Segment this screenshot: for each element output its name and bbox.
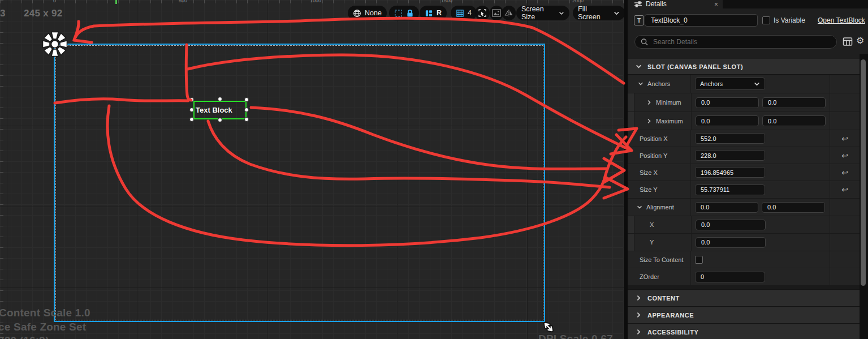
size-to-content-checkbox[interactable] (695, 256, 703, 264)
text-block-label: Text Block (195, 102, 245, 118)
screen-size-dropdown[interactable]: Screen Size (516, 6, 569, 20)
resolution-readout: 720 (16:9) (0, 334, 49, 339)
row-anchor-minimum: Minimum 0.0 0.0 (628, 93, 860, 112)
size-x-field[interactable]: 196.854965 (695, 167, 765, 178)
tab-details[interactable]: Details × (628, 0, 723, 8)
outline-mode-group[interactable]: R (420, 6, 447, 20)
ruler-vertical (0, 0, 3, 339)
flip-preview-button[interactable] (502, 6, 516, 20)
chevron-down-icon (754, 81, 760, 87)
tab-details-label: Details (646, 0, 667, 8)
is-variable-checkbox[interactable] (762, 16, 770, 24)
chevron-right-icon (636, 329, 642, 335)
position-x-label: Position X (640, 135, 668, 142)
marquee-select-icon (394, 9, 403, 18)
section-appearance[interactable]: APPEARANCE (628, 307, 860, 324)
grid-snap-size: 4 (468, 9, 472, 17)
row-position-y: Position Y 228.0 ↩ (628, 147, 860, 164)
reset-to-default-icon[interactable]: ↩ (841, 151, 848, 160)
position-x-field[interactable]: 552.0 (695, 133, 765, 144)
details-scrollbar-thumb[interactable] (861, 59, 866, 286)
anchor-max-y-field[interactable]: 0.0 (762, 115, 826, 126)
resize-handle-w[interactable] (189, 108, 194, 112)
section-accessibility[interactable]: ACCESSIBILITY (628, 324, 860, 339)
chevron-right-icon (636, 312, 642, 318)
safe-zone-readout: ce Safe Zone Set (0, 321, 86, 333)
resize-handle-ne[interactable] (244, 97, 249, 102)
size-to-content-label: Size To Content (640, 256, 683, 263)
grid-snap-group[interactable]: 4 (451, 6, 477, 20)
size-y-field[interactable]: 55.737911 (695, 184, 765, 195)
chevron-down-icon[interactable] (638, 81, 644, 87)
gear-icon[interactable]: ⚙ (856, 35, 864, 46)
search-row: ⚙ (628, 35, 868, 50)
indent-guide (628, 216, 634, 233)
select-cursor-icon (478, 8, 487, 18)
zorder-label: ZOrder (640, 273, 659, 280)
chevron-right-icon[interactable] (646, 118, 652, 124)
anchor-max-x-field[interactable]: 0.0 (696, 115, 759, 126)
anchor-min-y-field[interactable]: 0.0 (762, 97, 826, 108)
screen-size-label: Screen Size (521, 5, 555, 21)
preview-background-button[interactable]: None (348, 6, 387, 20)
alignment-x-subfield[interactable]: 0.0 (696, 220, 766, 230)
reset-to-default-icon[interactable]: ↩ (841, 185, 848, 194)
alignment-x-field[interactable]: 0.0 (695, 202, 758, 213)
display-filter-icon[interactable] (843, 37, 853, 46)
alignment-y-sublabel: Y (650, 239, 654, 246)
resize-handle-s[interactable] (218, 118, 222, 122)
screenshot-button[interactable] (490, 6, 503, 20)
alignment-y-subfield[interactable]: 0.0 (696, 237, 766, 248)
grid-snap-icon (456, 9, 464, 18)
chevron-down-icon[interactable] (637, 204, 642, 210)
ruler-label: 1000 (310, 0, 321, 3)
close-icon[interactable]: × (714, 1, 718, 8)
row-anchor-maximum: Maximum 0.0 0.0 (628, 112, 860, 130)
property-grid: SLOT (CANVAS PANEL SLOT) Anchors Anchors (628, 59, 860, 339)
resize-handle-n[interactable] (218, 97, 222, 101)
selection-lock-group[interactable] (389, 6, 419, 20)
row-alignment-y: Y 0.0 (628, 234, 860, 251)
resize-handle-sw[interactable] (189, 117, 194, 122)
section-slot[interactable]: SLOT (CANVAS PANEL SLOT) (628, 59, 860, 75)
search-icon (641, 38, 648, 46)
image-icon (492, 9, 501, 17)
widget-name-input[interactable] (645, 14, 758, 27)
localization-preview-button[interactable] (475, 6, 490, 20)
reset-to-default-icon[interactable]: ↩ (841, 134, 848, 143)
row-alignment: Alignment 0.0 0.0 (628, 199, 860, 216)
canvas-selection-dashes (55, 45, 543, 320)
chevron-right-icon[interactable] (646, 100, 652, 105)
designer-canvas[interactable]: 0 500 1000 1500 2000 3 245 x 92 (0, 0, 624, 339)
lock-icon (406, 9, 414, 18)
row-size-x: Size X 196.854965 ↩ (628, 164, 860, 181)
resize-handle-se[interactable] (244, 117, 249, 122)
dpi-scale-readout: DPI Scale 0.67 (538, 333, 613, 339)
search-details-box[interactable] (634, 35, 837, 49)
minimum-label: Minimum (656, 99, 681, 106)
reset-to-default-icon[interactable]: ↩ (841, 168, 848, 177)
anchors-dropdown[interactable]: Anchors (695, 78, 765, 90)
mirror-flip-icon (504, 9, 513, 17)
position-y-field[interactable]: 228.0 (695, 150, 765, 161)
indent-guide (628, 112, 634, 130)
resize-handle-nw[interactable] (189, 97, 194, 102)
anchor-medallion[interactable] (42, 31, 68, 57)
resize-handle-e[interactable] (244, 108, 249, 112)
fill-screen-dropdown[interactable]: Fill Screen (573, 6, 624, 20)
anchor-min-x-field[interactable]: 0.0 (696, 97, 759, 108)
maximum-label: Maximum (656, 118, 683, 125)
size-x-label: Size X (640, 169, 658, 176)
ruler-label: 2000 (572, 0, 584, 3)
text-block-widget[interactable]: Text Block (193, 101, 247, 119)
open-textblock-link[interactable]: Open TextBlock (818, 16, 865, 24)
row-zorder: ZOrder 0 (628, 268, 860, 286)
section-content[interactable]: CONTENT (628, 289, 860, 307)
size-y-label: Size Y (640, 186, 658, 193)
alignment-y-field[interactable]: 0.0 (762, 202, 825, 213)
zorder-field[interactable]: 0 (695, 272, 765, 282)
search-details-input[interactable] (652, 37, 831, 46)
row-size-y: Size Y 55.737911 ↩ (628, 181, 860, 199)
indent-guide (628, 234, 634, 251)
chevron-down-icon (559, 10, 564, 16)
